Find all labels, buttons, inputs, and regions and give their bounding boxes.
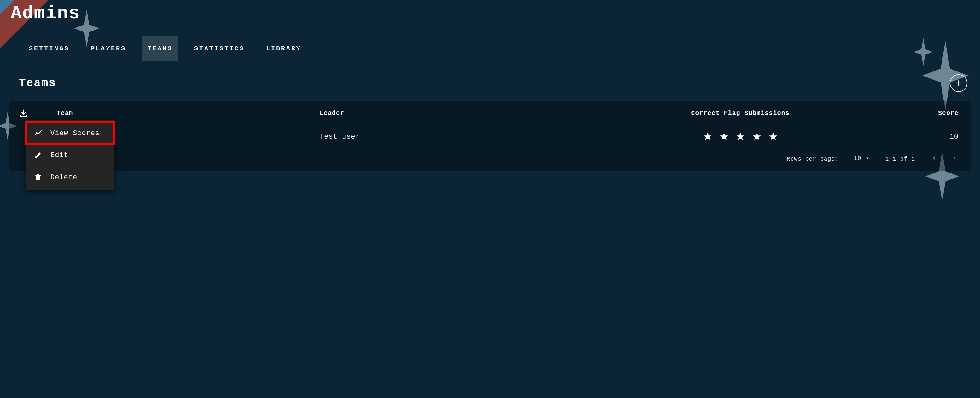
trend-icon <box>34 129 42 137</box>
next-page-button[interactable] <box>951 155 958 163</box>
star-icon <box>736 132 745 141</box>
plus-icon <box>955 79 963 87</box>
tab-settings[interactable]: SETTINGS <box>23 36 75 61</box>
rows-per-page-label: Rows per page: <box>787 156 839 162</box>
tabs: SETTINGS PLAYERS TEAMS STATISTICS LIBRAR… <box>23 36 970 61</box>
tab-statistics[interactable]: STATISTICS <box>188 36 250 61</box>
svg-marker-10 <box>753 133 760 140</box>
page-title: Admins <box>11 0 970 24</box>
svg-rect-17 <box>37 174 40 175</box>
menu-view-scores-label: View Scores <box>51 129 100 137</box>
pagination-range: 1-1 of 1 <box>885 156 915 162</box>
caret-down-icon <box>865 155 870 161</box>
star-icon <box>719 132 729 141</box>
star-icon <box>752 132 762 141</box>
table-header: Team Leader Correct Flag Submissions Sco… <box>10 101 970 125</box>
pagination: Rows per page: 10 1-1 of 1 <box>10 148 970 171</box>
col-leader[interactable]: Leader <box>320 109 582 117</box>
col-flags[interactable]: Correct Flag Submissions <box>582 109 898 117</box>
menu-view-scores[interactable]: View Scores <box>26 122 114 144</box>
tab-library[interactable]: LIBRARY <box>260 36 307 61</box>
svg-marker-9 <box>737 133 744 140</box>
svg-rect-15 <box>36 176 40 181</box>
rows-per-page-value: 10 <box>854 155 861 162</box>
add-team-button[interactable] <box>950 74 967 92</box>
svg-marker-11 <box>769 133 777 140</box>
menu-delete-label: Delete <box>51 173 77 181</box>
svg-marker-14 <box>953 156 955 160</box>
cell-flags <box>582 132 898 141</box>
star-icon <box>768 132 778 141</box>
pencil-icon <box>34 151 42 159</box>
download-button[interactable] <box>19 108 57 118</box>
svg-marker-8 <box>720 133 728 140</box>
menu-edit[interactable]: Edit <box>26 144 114 166</box>
download-icon <box>19 108 29 118</box>
svg-rect-16 <box>35 175 41 176</box>
col-score[interactable]: Score <box>898 109 961 117</box>
cell-leader: Test user <box>320 133 582 141</box>
tab-teams[interactable]: TEAMS <box>142 36 178 61</box>
teams-table: Team Leader Correct Flag Submissions Sco… <box>10 101 970 171</box>
menu-edit-label: Edit <box>51 151 68 159</box>
trash-icon <box>34 173 42 181</box>
prev-page-button[interactable] <box>930 155 937 163</box>
tab-players[interactable]: PLAYERS <box>85 36 132 61</box>
menu-delete[interactable]: Delete <box>26 166 114 188</box>
svg-marker-7 <box>703 133 711 140</box>
rows-per-page-select[interactable]: 10 <box>854 155 870 162</box>
svg-marker-13 <box>932 156 934 160</box>
star-icon <box>703 132 713 141</box>
cell-score: 10 <box>898 133 961 141</box>
col-team[interactable]: Team <box>57 109 320 117</box>
section-title: Teams <box>19 77 56 90</box>
chevron-right-icon <box>951 155 958 162</box>
row-context-menu: View Scores Edit Delete <box>26 120 114 190</box>
svg-marker-12 <box>866 158 869 159</box>
chevron-left-icon <box>930 155 937 162</box>
table-row[interactable]: eam 01 Test user 10 <box>10 125 970 148</box>
